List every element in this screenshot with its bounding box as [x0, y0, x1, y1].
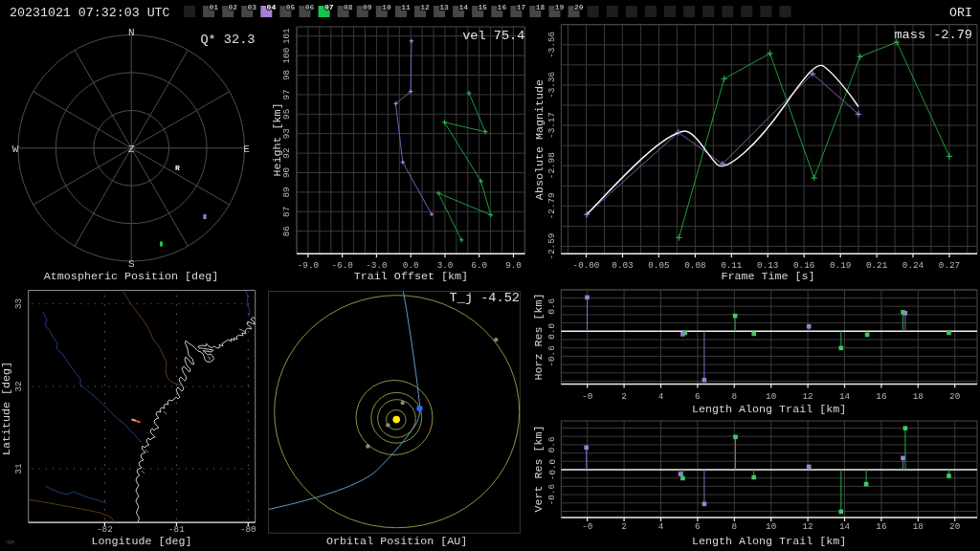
svg-text:20: 20 — [949, 521, 960, 532]
svg-text:Q* 32.3: Q* 32.3 — [200, 33, 255, 47]
svg-text:-0.00: -0.00 — [573, 260, 600, 271]
svg-text:0.0: 0.0 — [547, 323, 558, 340]
svg-text:97: 97 — [281, 89, 292, 99]
svg-text:6: 6 — [695, 391, 701, 402]
svg-text:W: W — [12, 143, 19, 155]
svg-text:16: 16 — [498, 3, 507, 11]
svg-text:10: 10 — [382, 3, 391, 11]
svg-text:E: E — [243, 143, 250, 155]
svg-text:98: 98 — [281, 70, 292, 80]
svg-text:14: 14 — [839, 391, 851, 402]
svg-text:100: 100 — [281, 48, 292, 64]
svg-text:18: 18 — [913, 521, 924, 532]
svg-text:-3.17: -3.17 — [546, 112, 557, 139]
svg-text:14: 14 — [839, 521, 851, 532]
svg-text:-2.98: -2.98 — [546, 152, 557, 179]
svg-text:11: 11 — [401, 3, 411, 11]
svg-text:S: S — [128, 258, 135, 270]
svg-text:31: 31 — [13, 463, 24, 474]
svg-text:ORI: ORI — [949, 6, 972, 20]
svg-text:2: 2 — [621, 391, 627, 402]
svg-text:12: 12 — [803, 391, 813, 402]
svg-text:87: 87 — [281, 207, 292, 217]
svg-text:02: 02 — [229, 3, 238, 11]
svg-text:Length Along Trail [km]: Length Along Trail [km] — [692, 535, 846, 548]
svg-text:Height [km]: Height [km] — [271, 102, 284, 176]
svg-text:-80: -80 — [240, 524, 256, 535]
svg-text:19: 19 — [555, 3, 565, 11]
svg-text:08: 08 — [344, 3, 353, 11]
svg-text:33: 33 — [13, 298, 24, 309]
svg-text:vel 75.4: vel 75.4 — [462, 29, 524, 43]
svg-text:-2.59: -2.59 — [546, 233, 557, 260]
svg-text:0.21: 0.21 — [866, 260, 888, 271]
svg-text:14: 14 — [458, 3, 468, 11]
svg-text:-9.0: -9.0 — [298, 260, 319, 271]
svg-text:05: 05 — [286, 3, 296, 11]
svg-text:-2.79: -2.79 — [546, 192, 557, 219]
svg-text:8: 8 — [732, 391, 738, 402]
svg-text:20: 20 — [574, 3, 584, 11]
svg-text:12: 12 — [420, 3, 430, 11]
svg-text:07: 07 — [324, 3, 334, 11]
svg-text:20: 20 — [949, 391, 960, 402]
svg-text:101: 101 — [281, 28, 292, 44]
svg-text:0.24: 0.24 — [902, 260, 924, 271]
svg-text:18: 18 — [913, 391, 924, 402]
svg-text:Z: Z — [128, 143, 135, 155]
svg-text:15: 15 — [479, 3, 488, 11]
svg-text:Orbital Position [AU]: Orbital Position [AU] — [326, 535, 467, 548]
svg-text:4: 4 — [658, 391, 664, 402]
svg-text:6: 6 — [695, 521, 701, 532]
svg-text:13: 13 — [439, 3, 449, 11]
svg-text:Length Along Trail [km]: Length Along Trail [km] — [692, 403, 846, 416]
svg-text:8: 8 — [732, 521, 738, 532]
svg-text:-6.0: -6.0 — [332, 260, 353, 271]
svg-text:10: 10 — [766, 391, 776, 402]
svg-text:16: 16 — [876, 521, 886, 532]
svg-text:R: R — [175, 164, 180, 172]
svg-text:04: 04 — [267, 3, 277, 11]
svg-text:mass -2.79: mass -2.79 — [894, 28, 972, 42]
svg-text:01: 01 — [209, 3, 218, 11]
svg-text:ngw: ngw — [6, 540, 14, 545]
svg-text:-0.6: -0.6 — [547, 345, 558, 366]
svg-text:86: 86 — [281, 226, 292, 236]
svg-text:16: 16 — [876, 391, 886, 402]
svg-text:-0: -0 — [582, 521, 592, 532]
svg-text:-3.56: -3.56 — [546, 32, 557, 58]
svg-text:Frame Time [s]: Frame Time [s] — [721, 270, 814, 283]
svg-text:0.19: 0.19 — [830, 260, 851, 271]
svg-text:0.27: 0.27 — [939, 260, 960, 271]
svg-text:Latitude [deg]: Latitude [deg] — [0, 362, 13, 455]
svg-text:9.0: 9.0 — [505, 260, 522, 271]
svg-text:N: N — [128, 27, 135, 38]
svg-text:0.08: 0.08 — [684, 260, 705, 271]
svg-text:89: 89 — [281, 187, 292, 197]
svg-text:09: 09 — [363, 3, 372, 11]
svg-text:T_j -4.52: T_j -4.52 — [450, 291, 520, 305]
svg-text:Absolute Magnitude: Absolute Magnitude — [533, 79, 546, 200]
svg-text:Trail Offset [km]: Trail Offset [km] — [354, 270, 468, 283]
svg-text:4: 4 — [658, 521, 664, 532]
svg-text:-81: -81 — [168, 524, 185, 535]
svg-text:2: 2 — [621, 521, 627, 532]
svg-text:0.6: 0.6 — [547, 437, 558, 453]
svg-text:06: 06 — [305, 3, 315, 11]
svg-text:Longitude [deg]: Longitude [deg] — [91, 535, 191, 548]
svg-text:-82: -82 — [97, 524, 113, 535]
svg-text:0.6: 0.6 — [547, 298, 558, 315]
svg-text:Atmospheric Position [deg]: Atmospheric Position [deg] — [44, 270, 218, 283]
svg-text:-0.6: -0.6 — [547, 484, 558, 505]
svg-text:12: 12 — [803, 521, 813, 532]
svg-text:0.03: 0.03 — [612, 260, 633, 271]
svg-text:10: 10 — [766, 521, 776, 532]
svg-text:18: 18 — [536, 3, 546, 11]
svg-text:32: 32 — [13, 381, 24, 391]
svg-text:-0: -0 — [582, 391, 592, 402]
svg-text:17: 17 — [517, 3, 526, 11]
svg-text:Vert Res [km]: Vert Res [km] — [532, 425, 546, 512]
svg-text:-0.0: -0.0 — [547, 459, 558, 480]
svg-text:03: 03 — [248, 3, 257, 11]
svg-text:20231021 07:32:03 UTC: 20231021 07:32:03 UTC — [10, 6, 170, 20]
